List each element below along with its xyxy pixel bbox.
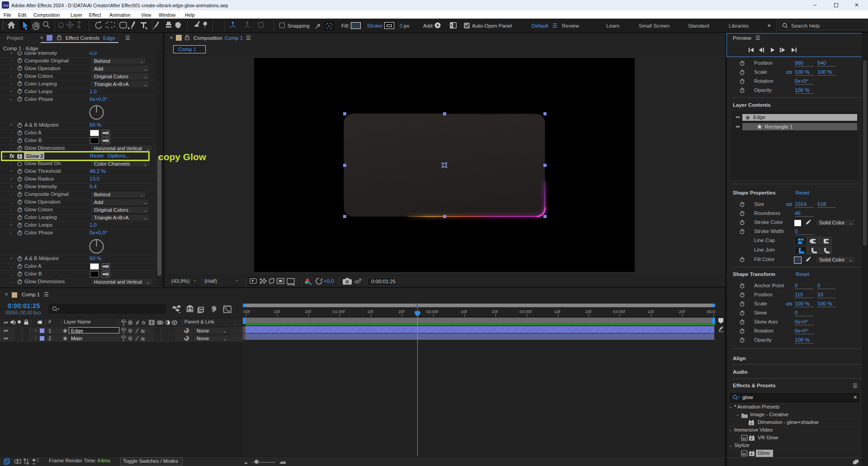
svg-text:fx: fx — [141, 328, 145, 334]
svg-text:32: 32 — [742, 437, 746, 441]
svg-text:32: 32 — [742, 452, 746, 456]
svg-text:fx: fx — [141, 336, 145, 342]
svg-text:fx: fx — [750, 422, 753, 425]
svg-text:fx: fx — [142, 320, 146, 325]
